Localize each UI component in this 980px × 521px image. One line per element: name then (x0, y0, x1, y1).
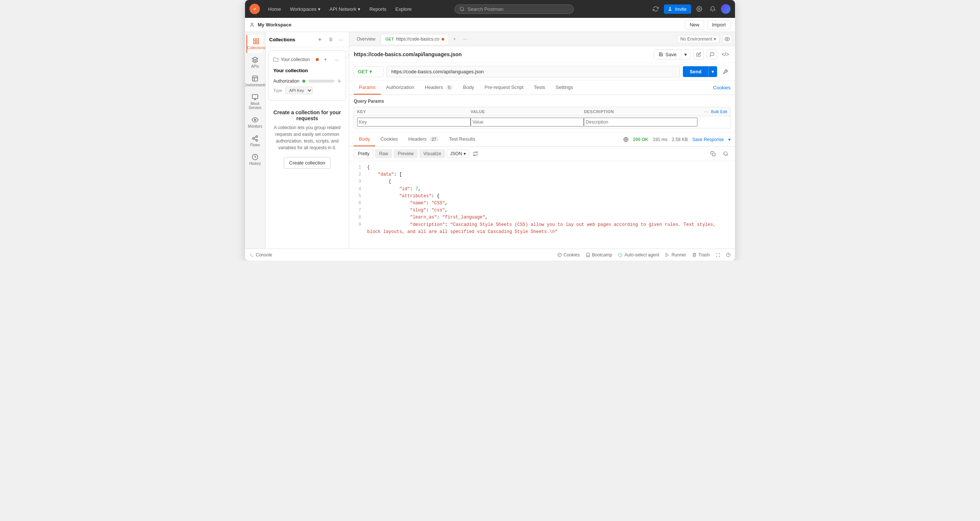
environment-dropdown[interactable]: No Environment ▾ (677, 35, 719, 43)
tab-overview[interactable]: Overview (352, 34, 380, 44)
filter-button[interactable] (326, 35, 335, 44)
console-button[interactable]: Console (250, 252, 272, 257)
req-tab-tests[interactable]: Tests (529, 81, 550, 95)
sidebar-more-button[interactable]: ··· (336, 35, 345, 44)
comment-icon-btn[interactable] (707, 49, 717, 60)
req-tab-headers[interactable]: Headers 5 (420, 81, 458, 95)
visualize-button[interactable]: Visualize (419, 149, 445, 158)
resp-tab-body[interactable]: Body (354, 132, 375, 146)
save-icon (659, 52, 663, 57)
app-logo[interactable] (250, 4, 260, 14)
send-dropdown-button[interactable]: ▾ (708, 66, 717, 77)
notifications-icon-btn[interactable] (708, 4, 718, 14)
copy-icon-btn[interactable] (708, 149, 718, 159)
type-select[interactable]: API Key (285, 87, 313, 94)
tab-request[interactable]: GET https://code-basics.co (380, 34, 449, 44)
auth-status-dot (302, 79, 305, 83)
method-selector[interactable]: GET ▾ (354, 66, 383, 77)
workspace-bar: My Workspace New Import (245, 18, 735, 32)
runner-button[interactable]: Runner (665, 252, 686, 257)
auto-select-agent-button[interactable]: Auto-select agent (618, 252, 659, 257)
terminal-icon (250, 253, 254, 257)
url-input[interactable] (387, 66, 680, 78)
workspace-title: My Workspace (258, 22, 291, 27)
resp-headers-count: 27 (429, 137, 438, 142)
sidebar-item-mock-servers[interactable]: Mock Servers (247, 91, 263, 113)
history-icon (252, 154, 258, 160)
wrap-icon-btn[interactable] (471, 149, 480, 159)
resp-tab-headers[interactable]: Headers 27 (403, 132, 444, 146)
bulk-edit-link[interactable]: Bulk Edit (711, 110, 727, 114)
sidebar-item-history[interactable]: History (247, 151, 263, 168)
help-button[interactable] (726, 253, 730, 257)
cookies-link[interactable]: Cookies (713, 85, 730, 91)
svg-rect-10 (257, 42, 259, 44)
filter-icon (328, 37, 333, 42)
format-selector[interactable]: JSON ▾ (447, 149, 469, 158)
edit-icon-btn[interactable] (693, 49, 704, 60)
sync-icon (653, 6, 659, 12)
req-tab-params[interactable]: Params (354, 81, 381, 95)
collection-card-header: Your collection ··· (273, 55, 341, 64)
req-tab-authorization[interactable]: Authorization (381, 81, 420, 95)
nav-explore[interactable]: Explore (392, 4, 415, 14)
import-button[interactable]: Import (707, 20, 730, 29)
raw-button[interactable]: Raw (375, 149, 392, 158)
key-input[interactable] (357, 118, 471, 127)
send-button[interactable]: Send (683, 66, 708, 77)
resp-tab-test-results[interactable]: Test Results (444, 132, 481, 146)
save-response-button[interactable]: Save Response (692, 137, 724, 142)
sidebar-item-collections[interactable]: Collections (247, 35, 263, 53)
code-icon: </> (722, 51, 729, 57)
pretty-button[interactable]: Pretty (354, 149, 374, 158)
apis-icon (252, 57, 258, 63)
sidebar-item-apis[interactable]: APIs (247, 54, 263, 71)
eye-button[interactable] (722, 34, 732, 44)
nav-api-network[interactable]: API Network ▾ (326, 4, 364, 14)
nav-reports[interactable]: Reports (366, 4, 390, 14)
more-icon[interactable]: ··· (704, 109, 708, 114)
cookies-bottom-button[interactable]: Cookies (557, 252, 580, 257)
save-response-dropdown[interactable]: ▾ (728, 137, 730, 142)
user-avatar[interactable] (721, 4, 730, 14)
sidebar-item-monitors[interactable]: Monitors (247, 113, 263, 131)
req-tab-pre-request[interactable]: Pre-request Script (479, 81, 529, 95)
expand-icon (716, 253, 720, 257)
chevron-down-icon: ▾ (369, 69, 372, 75)
sync-icon-btn[interactable] (651, 4, 661, 14)
expand-button[interactable] (716, 253, 720, 257)
code-icon-btn[interactable]: </> (720, 49, 730, 60)
params-table-header: KEY VALUE DESCRIPTION ··· Bulk Edit (354, 107, 730, 116)
collection-add-button[interactable] (321, 55, 330, 64)
tab-more-button[interactable]: ··· (460, 35, 470, 43)
settings-icon-btn[interactable] (694, 4, 705, 14)
value-input[interactable] (471, 118, 584, 127)
bottom-right-actions: Cookies Bootcamp Auto-select agent Runne… (557, 252, 730, 257)
col-desc-header: DESCRIPTION (584, 110, 697, 114)
bootcamp-button[interactable]: Bootcamp (586, 252, 612, 257)
nav-home[interactable]: Home (264, 4, 285, 14)
add-collection-button[interactable] (315, 35, 324, 44)
sidebar-item-flows[interactable]: Flows (247, 132, 263, 150)
resp-tab-cookies[interactable]: Cookies (375, 132, 403, 146)
code-line-2: 2 "data": [ (355, 171, 729, 178)
desc-input[interactable] (584, 118, 697, 127)
save-button[interactable]: Save (654, 50, 681, 59)
search-bar[interactable]: Search Postman (455, 5, 574, 14)
collection-more-button[interactable]: ··· (332, 55, 341, 64)
tools-icon-btn[interactable] (720, 67, 730, 77)
new-button[interactable]: New (685, 20, 704, 29)
create-collection-button[interactable]: Create collection (284, 157, 331, 168)
comment-icon (710, 52, 714, 57)
trash-icon (692, 253, 697, 257)
preview-button[interactable]: Preview (394, 149, 418, 158)
trash-button[interactable]: Trash (692, 252, 710, 257)
sidebar-item-environments[interactable]: Environments (247, 72, 263, 90)
nav-workspaces[interactable]: Workspaces ▾ (286, 4, 324, 14)
invite-button[interactable]: Invite (664, 5, 691, 14)
search-icon-btn[interactable] (721, 149, 730, 159)
tab-add-button[interactable]: + (450, 34, 460, 44)
save-dropdown-button[interactable]: ▾ (681, 50, 690, 59)
req-tab-body[interactable]: Body (458, 81, 480, 95)
req-tab-settings[interactable]: Settings (550, 81, 578, 95)
